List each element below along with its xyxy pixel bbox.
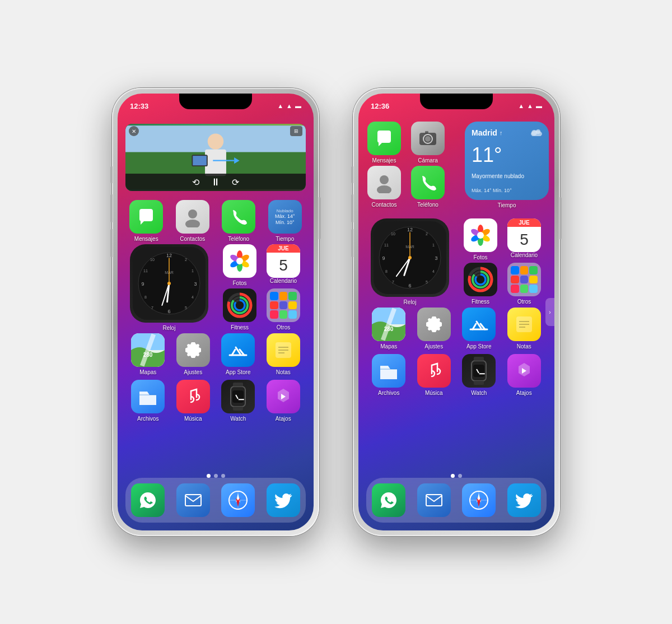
p2-app-notas[interactable]: Notas	[504, 308, 544, 350]
power-button[interactable]	[319, 197, 321, 239]
svg-text:280: 280	[384, 326, 394, 332]
pip-close-button[interactable]: ✕	[129, 126, 139, 136]
clock-svg: 12 3 6 9 2 1 4 5 7 8 11	[133, 247, 206, 320]
app-item-atajos[interactable]: Atajos	[263, 380, 304, 422]
slide-tab[interactable]: ›	[545, 298, 554, 326]
dock-2-whatsapp[interactable]	[372, 483, 405, 517]
dock-whatsapp[interactable]	[131, 483, 165, 517]
svg-rect-112	[426, 495, 442, 506]
telefono-label: Teléfono	[228, 236, 249, 242]
p2-fitness-icon	[464, 263, 497, 296]
app-item-reloj[interactable]: 12 3 6 9 2 1 4 5 7 8 11	[128, 244, 211, 331]
app-item-ajustes[interactable]: Ajustes	[173, 333, 213, 375]
time-display-1: 12:33	[130, 102, 148, 110]
p2-fotos-icon	[464, 218, 497, 252]
fitness-otros-row: Fitness	[220, 288, 304, 330]
p2-weather-widget: Madrid ↑ 11° Mayormente nublado Máx. 14°…	[465, 122, 549, 200]
p2-atajos-label: Atajos	[516, 390, 532, 396]
p2-app-ajustes[interactable]: Ajustes	[414, 308, 454, 350]
app-item-watch[interactable]: Watch	[218, 380, 258, 422]
p2-app-reloj[interactable]: 12 3 6 9 2 1 4 5 7 8 11	[368, 218, 451, 305]
svg-text:3: 3	[435, 255, 437, 261]
p2-app-telefono[interactable]: Teléfono	[408, 166, 448, 208]
p2-mensajes-icon	[367, 122, 401, 155]
p2-app-watch[interactable]: Watch	[459, 354, 499, 396]
pip-rewind-button[interactable]: ⟲	[192, 177, 199, 188]
phone-1-frame: 12:33 ▲ ▲ ▬ ✕ ⊞	[112, 88, 319, 536]
svg-rect-3	[205, 150, 226, 176]
p2-app-camara[interactable]: Cámara	[408, 122, 448, 164]
volume-down-button[interactable]	[110, 229, 113, 257]
p2-app-row-4: Archivos Música	[364, 354, 549, 396]
p2-app-atajos[interactable]: Atajos	[504, 354, 544, 396]
dock-2-safari[interactable]	[462, 483, 496, 517]
pip-pause-button[interactable]: ⏸	[211, 176, 221, 188]
app-item-notas[interactable]: Notas	[263, 333, 304, 375]
p2-weather-widget-wrap[interactable]: Madrid ↑ 11° Mayormente nublado Máx. 14°…	[465, 122, 549, 208]
app-row-1a: Mensajes Contactos Teléfono	[123, 200, 308, 242]
p2-cal-day-name: JUE	[507, 218, 541, 227]
app-item-mensajes[interactable]: Mensajes	[126, 200, 166, 242]
right-icons-group: Fotos JUE 5 Calendario	[220, 244, 304, 330]
p2-app-appstore[interactable]: App Store	[459, 308, 499, 350]
svg-point-37	[236, 258, 243, 264]
app-item-calendario[interactable]: JUE 5 Calendario	[263, 244, 304, 286]
time-display-2: 12:36	[371, 102, 389, 110]
weather-desc: Mayormente nublado	[472, 173, 542, 180]
phone-2: › 12:36 ▲ ▲ ▬	[353, 88, 560, 536]
p2-volume-up-button[interactable]	[351, 194, 353, 222]
p2-musica-icon	[417, 354, 451, 388]
p2-app-row-3: 280 Mapas Ajustes	[364, 308, 549, 350]
app-item-fitness[interactable]: Fitness	[220, 288, 260, 330]
p2-app-mensajes[interactable]: Mensajes	[364, 122, 404, 164]
app-item-appstore[interactable]: App Store	[218, 333, 258, 375]
volume-up-button[interactable]	[110, 194, 113, 222]
p2-app-musica[interactable]: Música	[414, 354, 454, 396]
p2-otros-label: Otros	[517, 299, 531, 305]
svg-point-69	[536, 129, 540, 134]
dock-twitter[interactable]	[267, 483, 300, 517]
app-item-archivos[interactable]: Archivos	[128, 380, 168, 422]
pip-expand-button[interactable]: ⊞	[290, 126, 302, 136]
p2-notas-icon	[507, 308, 541, 341]
pip-container[interactable]: ✕ ⊞	[125, 124, 306, 191]
dock-2-mail[interactable]	[417, 483, 451, 517]
p2-ajustes-icon	[417, 308, 451, 341]
dock-safari[interactable]	[221, 483, 255, 517]
p2-mensajes-label: Mensajes	[372, 157, 396, 164]
app-item-telefono[interactable]: Teléfono	[218, 200, 259, 242]
app-item-musica[interactable]: Música	[173, 380, 213, 422]
app-item-mapas[interactable]: 280 Mapas	[128, 333, 168, 375]
app-item-fotos[interactable]: Fotos	[220, 244, 260, 286]
page-dots-2	[358, 474, 554, 478]
p2-app-mapas[interactable]: 280 Mapas	[368, 308, 409, 350]
svg-text:6: 6	[408, 283, 411, 288]
app-item-tiempo[interactable]: Nublado Máx. 14° Mín. 10° Tiempo	[265, 200, 305, 242]
p2-app-fotos[interactable]: Fotos	[460, 218, 501, 260]
dock-mail[interactable]	[176, 483, 210, 517]
musica-icon	[176, 380, 210, 413]
p2-mute-button[interactable]	[351, 166, 353, 183]
p2-app-calendario[interactable]: JUE 5 Calendario	[504, 218, 544, 260]
pip-controls: ⟲ ⏸ ⟳	[125, 174, 306, 191]
mensajes-icon	[129, 200, 163, 234]
app-item-contactos[interactable]: Contactos	[172, 200, 213, 242]
dock-2-twitter[interactable]	[507, 483, 541, 517]
p2-app-fitness[interactable]: Fitness	[460, 263, 501, 305]
p2-app-archivos[interactable]: Archivos	[368, 354, 409, 396]
dot-1-active	[207, 474, 211, 478]
pip-forward-button[interactable]: ⟳	[232, 177, 239, 188]
svg-text:3: 3	[194, 281, 197, 287]
svg-point-10	[185, 220, 200, 227]
status-icons-2: ▲ ▲ ▬	[518, 103, 542, 109]
p2-volume-down-button[interactable]	[351, 229, 353, 257]
p2-app-otros[interactable]: Otros	[504, 263, 544, 305]
p2-fitness-otros: Fitness	[460, 263, 544, 305]
app-item-otros[interactable]: Otros	[263, 288, 304, 330]
mensajes-label: Mensajes	[134, 236, 158, 242]
p2-calendario-label: Calendario	[511, 252, 538, 258]
ajustes-label: Ajustes	[184, 369, 202, 375]
mute-button[interactable]	[110, 166, 113, 183]
p2-power-button[interactable]	[559, 197, 562, 239]
p2-app-contactos[interactable]: Contactos	[364, 166, 404, 208]
